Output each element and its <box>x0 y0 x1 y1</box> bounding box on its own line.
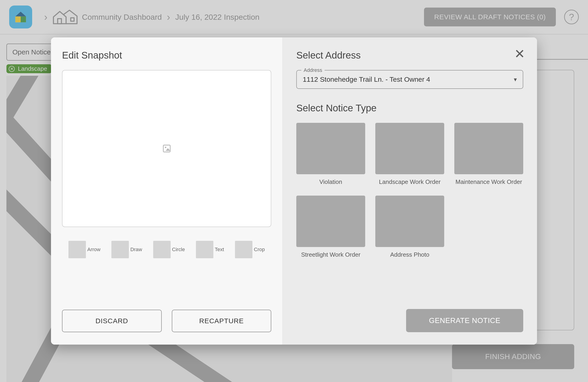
modal-right-pane: Select Address Address 1112 Stonehedge T… <box>283 38 537 344</box>
notice-type-label: Address Photo <box>390 251 430 258</box>
tool-draw[interactable]: Draw <box>111 241 142 258</box>
modal-left-pane: Edit Snapshot Arrow Draw Circle Text Cro… <box>51 38 283 344</box>
select-address-title: Select Address <box>296 50 523 61</box>
tool-label: Crop <box>254 246 265 253</box>
close-icon[interactable]: ✕ <box>514 47 525 60</box>
notice-type-violation[interactable]: Violation <box>296 123 365 185</box>
notice-type-grid: Violation Landscape Work Order Maintenan… <box>296 123 523 258</box>
edit-snapshot-modal: ✕ Edit Snapshot Arrow Draw Circle Text C… <box>51 38 537 344</box>
tool-label: Draw <box>130 246 142 253</box>
notice-type-landscape[interactable]: Landscape Work Order <box>375 123 444 185</box>
notice-type-maintenance[interactable]: Maintenance Work Order <box>454 123 523 185</box>
notice-type-label: Streetlight Work Order <box>301 251 360 258</box>
svg-rect-6 <box>163 145 170 152</box>
snapshot-buttons: DISCARD RECAPTURE <box>62 310 271 332</box>
chevron-down-icon: ▾ <box>514 76 517 83</box>
tool-crop[interactable]: Crop <box>235 241 265 258</box>
image-placeholder-icon <box>162 144 171 153</box>
tool-text[interactable]: Text <box>196 241 224 258</box>
address-select[interactable]: Address 1112 Stonehedge Trail Ln. - Test… <box>296 70 523 89</box>
tool-circle[interactable]: Circle <box>153 241 185 258</box>
tool-label: Circle <box>172 246 185 253</box>
recapture-button[interactable]: RECAPTURE <box>172 310 272 332</box>
modal-overlay: ✕ Edit Snapshot Arrow Draw Circle Text C… <box>0 0 588 382</box>
generate-notice-button[interactable]: GENERATE NOTICE <box>406 309 523 332</box>
tool-label: Arrow <box>87 246 100 253</box>
address-legend: Address <box>301 67 325 73</box>
svg-point-7 <box>165 147 166 148</box>
select-notice-type-title: Select Notice Type <box>296 103 523 114</box>
annotation-tools: Arrow Draw Circle Text Crop <box>62 241 271 258</box>
discard-button[interactable]: DISCARD <box>62 310 162 332</box>
notice-type-label: Violation <box>319 178 342 185</box>
notice-type-label: Maintenance Work Order <box>456 178 522 185</box>
address-value: 1112 Stonehedge Trail Ln. - Test Owner 4 <box>303 76 430 83</box>
notice-type-address-photo[interactable]: Address Photo <box>375 196 444 258</box>
notice-type-label: Landscape Work Order <box>379 178 441 185</box>
tool-label: Text <box>215 246 224 253</box>
notice-type-streetlight[interactable]: Streetlight Work Order <box>296 196 365 258</box>
snapshot-canvas[interactable] <box>62 70 271 227</box>
edit-snapshot-title: Edit Snapshot <box>62 50 271 61</box>
tool-arrow[interactable]: Arrow <box>68 241 100 258</box>
